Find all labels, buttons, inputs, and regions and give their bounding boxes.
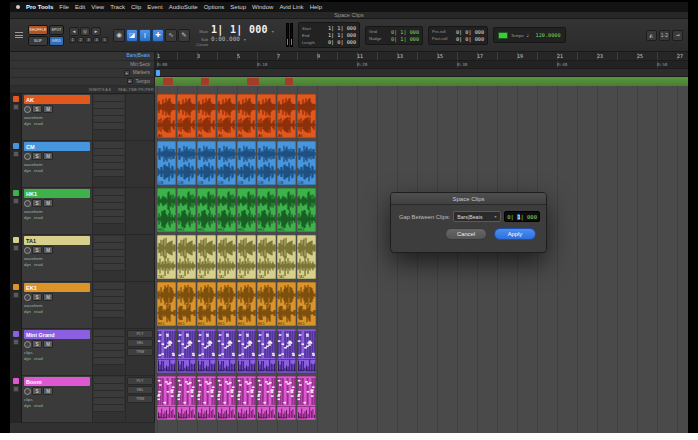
track-name[interactable]: EK1 xyxy=(24,283,90,292)
track-color-tab[interactable] xyxy=(13,96,19,102)
audio-clip[interactable]: CM xyxy=(177,141,196,185)
selector-tool[interactable]: I xyxy=(139,29,151,42)
audio-clip[interactable]: EK1 xyxy=(157,282,176,326)
record-enable-button[interactable] xyxy=(24,153,31,160)
audio-clip[interactable]: CM xyxy=(257,141,276,185)
insert-slot[interactable] xyxy=(94,250,124,257)
audio-clip[interactable]: TA1 xyxy=(217,235,236,279)
midi-clip[interactable]: Mini Grand xyxy=(297,329,316,373)
mute-button[interactable]: M xyxy=(43,105,53,113)
caret-down-icon[interactable]: ▼ xyxy=(271,30,274,34)
rtp-ply-button[interactable]: PLY xyxy=(127,330,153,338)
midi-clip[interactable]: Mini Grand xyxy=(157,329,176,373)
record-enable-button[interactable] xyxy=(24,341,31,348)
midi-clip[interactable]: Mini Grand xyxy=(217,329,236,373)
track-name[interactable]: TA1 xyxy=(24,236,90,245)
audio-clip[interactable]: EK1 xyxy=(217,282,236,326)
track-mini-icon[interactable] xyxy=(13,104,19,110)
menu-item-clip[interactable]: Clip xyxy=(131,4,141,10)
audio-clip[interactable]: AK xyxy=(157,94,176,138)
insert-slot[interactable] xyxy=(94,398,124,405)
midi-clip[interactable]: Boom xyxy=(237,376,256,420)
mute-button[interactable]: M xyxy=(43,199,53,207)
insert-slot[interactable] xyxy=(94,156,124,163)
insert-slot[interactable] xyxy=(94,116,124,123)
conductor-icon[interactable] xyxy=(498,32,508,39)
midi-clip[interactable]: Boom xyxy=(257,376,276,420)
audio-clip[interactable]: CM xyxy=(277,141,296,185)
gap-units-dropdown[interactable]: Bars|Beats ▼ xyxy=(453,211,501,222)
automation-mode-button[interactable]: read xyxy=(34,403,43,408)
record-enable-button[interactable] xyxy=(24,388,31,395)
tempo-value[interactable]: 120.0000 xyxy=(536,32,561,38)
insert-slot[interactable] xyxy=(94,196,124,203)
trim-tool[interactable]: ◪ xyxy=(126,29,138,42)
insert-slot[interactable] xyxy=(94,358,124,365)
sub-counter-value[interactable]: 0:00.000 xyxy=(211,35,240,42)
mute-button[interactable]: M xyxy=(43,246,53,254)
audio-clip[interactable]: TA1 xyxy=(237,235,256,279)
dyn-timebase-button[interactable]: dyn xyxy=(24,262,31,267)
track-view-selector[interactable]: clips xyxy=(24,397,90,402)
solo-button[interactable]: S xyxy=(32,152,42,160)
track-mini-icon[interactable] xyxy=(13,339,19,345)
audio-clip[interactable]: AK xyxy=(237,94,256,138)
grabber-tool[interactable]: ✚ xyxy=(152,29,164,42)
audio-clip[interactable]: HK1 xyxy=(217,188,236,232)
track-mini-icon[interactable] xyxy=(13,198,19,204)
insert-slot[interactable] xyxy=(94,95,124,102)
insert-slot[interactable] xyxy=(94,243,124,250)
record-enable-button[interactable] xyxy=(24,247,31,254)
insert-slot[interactable] xyxy=(94,203,124,210)
apply-button[interactable]: Apply xyxy=(494,228,536,240)
track-mini-icon[interactable] xyxy=(13,386,19,392)
midi-clip[interactable]: Mini Grand xyxy=(277,329,296,373)
menu-app-name[interactable]: Pro Tools xyxy=(26,4,53,10)
audio-clip[interactable]: CM xyxy=(217,141,236,185)
record-enable-button[interactable] xyxy=(24,200,31,207)
menu-item-avid-link[interactable]: Avid Link xyxy=(279,4,303,10)
record-enable-button[interactable] xyxy=(24,106,31,113)
add-markers-icon[interactable]: + xyxy=(124,70,130,76)
insert-slot[interactable] xyxy=(94,109,124,116)
pre-roll-value[interactable]: 0| 0| 000 xyxy=(456,29,484,35)
dyn-timebase-button[interactable]: dyn xyxy=(24,403,31,408)
track-color-tab[interactable] xyxy=(13,237,19,243)
track-color-tab[interactable] xyxy=(13,190,19,196)
audio-clip[interactable]: HK1 xyxy=(177,188,196,232)
mute-button[interactable]: M xyxy=(43,152,53,160)
add-tempo-icon[interactable]: + xyxy=(127,78,133,84)
insert-slot[interactable] xyxy=(94,189,124,196)
insert-slot[interactable] xyxy=(94,123,124,130)
zoom-preset-4[interactable]: 4 xyxy=(93,37,100,43)
horizontal-zoom-in-icon[interactable]: ► xyxy=(91,27,101,36)
menu-item-edit[interactable]: Edit xyxy=(75,4,85,10)
mute-button[interactable]: M xyxy=(43,340,53,348)
automation-mode-button[interactable]: read xyxy=(34,262,43,267)
solo-button[interactable]: S xyxy=(32,387,42,395)
mute-button[interactable]: M xyxy=(43,293,53,301)
audio-clip[interactable]: TA1 xyxy=(157,235,176,279)
automation-mode-button[interactable]: read xyxy=(34,121,43,126)
dyn-timebase-button[interactable]: dyn xyxy=(24,215,31,220)
mode-shuffle[interactable]: SHUFFLE xyxy=(28,25,48,35)
solo-button[interactable]: S xyxy=(32,199,42,207)
audio-clip[interactable]: HK1 xyxy=(277,188,296,232)
track-mini-icon[interactable] xyxy=(13,245,19,251)
insert-slot[interactable] xyxy=(94,384,124,391)
audio-clip[interactable]: EK1 xyxy=(237,282,256,326)
tempo-display[interactable]: Tempo ♩ 120.0000 xyxy=(493,27,566,43)
audio-clip[interactable]: CM xyxy=(237,141,256,185)
menu-item-event[interactable]: Event xyxy=(147,4,162,10)
track-name[interactable]: AK xyxy=(24,95,90,104)
min-secs-ruler[interactable]: 0:000:100:200:300:400:50 xyxy=(155,61,688,69)
automation-mode-button[interactable]: read xyxy=(34,168,43,173)
solo-button[interactable]: S xyxy=(32,105,42,113)
mode-spot[interactable]: SPOT xyxy=(49,25,64,35)
track-name[interactable]: CM xyxy=(24,142,90,151)
track-color-tab[interactable] xyxy=(13,143,19,149)
edit-insertion-marker[interactable] xyxy=(156,70,160,76)
insert-slot[interactable] xyxy=(94,391,124,398)
insert-slot[interactable] xyxy=(94,330,124,337)
menu-item-help[interactable]: Help xyxy=(310,4,322,10)
